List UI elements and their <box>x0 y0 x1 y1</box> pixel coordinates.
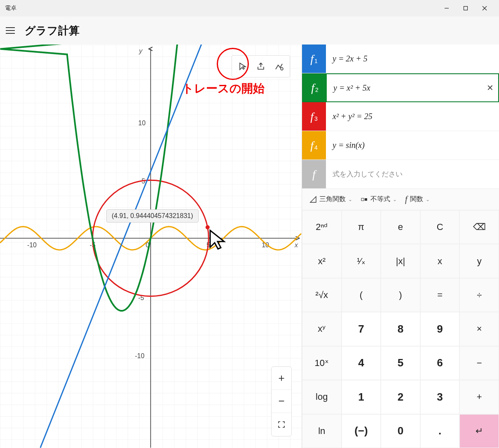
trig-category[interactable]: 三角関数⌄ <box>309 195 352 204</box>
key-ln[interactable]: ln <box>302 414 342 448</box>
svg-point-21 <box>281 68 283 70</box>
inequality-category[interactable]: 不等式⌄ <box>361 195 397 204</box>
svg-rect-23 <box>365 198 367 201</box>
keypad: 2ⁿᵈ π e C ⌫ x² ¹⁄ₓ |x| x y ²√x ( ) = ÷ x… <box>302 210 499 448</box>
svg-rect-22 <box>361 198 364 201</box>
window-title: 電卓 <box>5 5 16 12</box>
key-0[interactable]: 0 <box>381 414 420 448</box>
key-decimal[interactable]: . <box>420 414 460 448</box>
key-divide[interactable]: ÷ <box>459 278 499 312</box>
key-negate[interactable]: (−) <box>342 414 381 448</box>
key-2nd[interactable]: 2ⁿᵈ <box>302 210 342 244</box>
svg-text:10: 10 <box>138 120 146 127</box>
svg-text:-10: -10 <box>27 242 37 249</box>
key-10powx[interactable]: 10ˣ <box>302 346 342 380</box>
key-pi[interactable]: π <box>342 210 381 244</box>
header: グラフ計算 <box>0 16 499 45</box>
trace-tooltip: (4.91, 0.944404574321831) <box>106 209 199 223</box>
equation-text[interactable]: y = sin(x) <box>326 141 499 150</box>
equation-placeholder[interactable]: 式を入力してください <box>326 169 499 179</box>
key-y[interactable]: y <box>459 244 499 278</box>
chevron-down-icon: ⌄ <box>426 197 430 202</box>
key-e[interactable]: e <box>381 210 420 244</box>
key-1[interactable]: 1 <box>342 380 381 414</box>
zoom-controls: + − <box>271 366 292 436</box>
zoom-in-button[interactable]: + <box>272 367 291 390</box>
svg-point-20 <box>206 225 210 229</box>
svg-text:-10: -10 <box>135 352 145 359</box>
key-enter[interactable]: ↵ <box>459 414 499 448</box>
equation-row-new[interactable]: f 式を入力してください <box>302 160 499 189</box>
mode-title: グラフ計算 <box>25 23 80 38</box>
share-button[interactable] <box>252 57 270 75</box>
equation-row-1[interactable]: f1 y = 2x + 5 <box>302 45 499 73</box>
equation-row-4[interactable]: f4 y = sin(x) <box>302 131 499 160</box>
key-7[interactable]: 7 <box>342 312 381 346</box>
zoom-out-button[interactable]: − <box>272 390 291 413</box>
equation-swatch[interactable]: f3 <box>302 102 326 131</box>
chevron-down-icon: ⌄ <box>393 197 397 202</box>
key-log[interactable]: log <box>302 380 342 414</box>
key-2[interactable]: 2 <box>381 380 420 414</box>
key-8[interactable]: 8 <box>381 312 420 346</box>
zoom-fit-button[interactable] <box>272 413 291 436</box>
svg-text:y: y <box>139 47 143 54</box>
graph-area[interactable]: y x -10 -5 0 5 10 10 5 -5 -10 <box>0 45 302 448</box>
equation-swatch[interactable]: f4 <box>302 131 326 159</box>
svg-text:x: x <box>294 242 298 249</box>
key-backspace[interactable]: ⌫ <box>459 210 499 244</box>
key-sqrt[interactable]: ²√x <box>302 278 342 312</box>
trace-button[interactable] <box>234 57 252 75</box>
key-6[interactable]: 6 <box>420 346 460 380</box>
equation-delete-button[interactable]: ✕ <box>482 83 498 93</box>
equation-text[interactable]: x² + y² = 25 <box>326 112 499 121</box>
key-3[interactable]: 3 <box>420 380 460 414</box>
equation-list: f1 y = 2x + 5 f2 y = x² + 5x ✕ f3 x² + y… <box>302 45 499 189</box>
titlebar: 電卓 <box>0 0 499 16</box>
equation-text[interactable]: y = x² + 5x <box>327 83 482 93</box>
key-clear[interactable]: C <box>420 210 460 244</box>
svg-rect-1 <box>464 7 468 10</box>
key-xpowy[interactable]: xʸ <box>302 312 342 346</box>
close-button[interactable] <box>475 0 494 16</box>
equation-swatch: f <box>302 160 326 188</box>
equation-row-3[interactable]: f3 x² + y² = 25 <box>302 102 499 131</box>
trace-annotation-label: トレースの開始 <box>182 81 265 96</box>
key-equals[interactable]: = <box>420 278 460 312</box>
key-plus[interactable]: + <box>459 380 499 414</box>
minimize-button[interactable] <box>437 0 456 16</box>
chevron-down-icon: ⌄ <box>348 197 352 202</box>
key-reciprocal[interactable]: ¹⁄ₓ <box>342 244 381 278</box>
equation-swatch[interactable]: f1 <box>302 45 326 73</box>
category-row: 三角関数⌄ 不等式⌄ f関数⌄ <box>302 189 499 210</box>
function-category[interactable]: f関数⌄ <box>405 195 430 204</box>
equation-row-2[interactable]: f2 y = x² + 5x ✕ <box>302 73 499 102</box>
key-minus[interactable]: − <box>459 346 499 380</box>
key-4[interactable]: 4 <box>342 346 381 380</box>
right-pane: f1 y = 2x + 5 f2 y = x² + 5x ✕ f3 x² + y… <box>302 45 499 448</box>
equation-swatch[interactable]: f2 <box>303 74 327 101</box>
key-x[interactable]: x <box>420 244 460 278</box>
graph-toolbar <box>232 55 290 77</box>
menu-button[interactable] <box>6 25 17 36</box>
key-9[interactable]: 9 <box>420 312 460 346</box>
maximize-button[interactable] <box>456 0 475 16</box>
key-rparen[interactable]: ) <box>381 278 420 312</box>
key-multiply[interactable]: × <box>459 312 499 346</box>
plot-canvas: y x -10 -5 0 5 10 10 5 -5 -10 <box>0 45 302 448</box>
window-controls <box>437 0 494 16</box>
graph-settings-button[interactable] <box>270 57 288 75</box>
key-lparen[interactable]: ( <box>342 278 381 312</box>
key-xsquared[interactable]: x² <box>302 244 342 278</box>
key-abs[interactable]: |x| <box>381 244 420 278</box>
equation-text[interactable]: y = 2x + 5 <box>326 54 499 63</box>
key-5[interactable]: 5 <box>381 346 420 380</box>
